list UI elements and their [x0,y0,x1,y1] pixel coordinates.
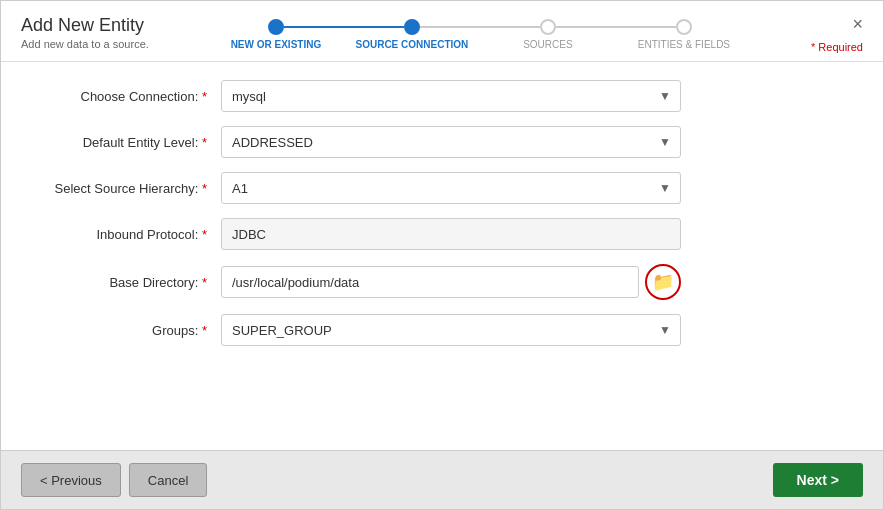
close-button[interactable]: × [852,15,863,33]
header-left: Add New Entity Add new data to a source. [21,15,149,50]
dialog-subtitle: Add new data to a source. [21,38,149,50]
step-label-3: SOURCES [480,39,616,50]
base-directory-row: Base Directory: * 📁 [41,264,843,300]
previous-button[interactable]: < Previous [21,463,121,497]
base-directory-label: Base Directory: * [41,275,221,290]
step-dot-2 [404,19,420,35]
folder-icon: 📁 [652,271,674,293]
stepper-labels: NEW OR EXISTING SOURCE CONNECTION SOURCE… [208,39,752,50]
dialog-footer: < Previous Cancel Next > [1,450,883,509]
choose-connection-row: Choose Connection: * mysql postgres orac… [41,80,843,112]
inbound-protocol-label: Inbound Protocol: * [41,227,221,242]
source-hierarchy-wrapper: A1 A2 A3 ▼ [221,172,681,204]
inbound-protocol-input[interactable] [221,218,681,250]
choose-connection-select[interactable]: mysql postgres oracle sqlserver [221,80,681,112]
choose-connection-wrapper: mysql postgres oracle sqlserver ▼ [221,80,681,112]
step-line-3 [556,26,676,28]
source-hierarchy-label: Select Source Hierarchy: * [41,181,221,196]
source-hierarchy-row: Select Source Hierarchy: * A1 A2 A3 ▼ [41,172,843,204]
step-label-2: SOURCE CONNECTION [344,39,480,50]
choose-connection-label: Choose Connection: * [41,89,221,104]
dialog-header: Add New Entity Add new data to a source.… [1,1,883,53]
dialog-title: Add New Entity [21,15,149,36]
groups-label: Groups: * [41,323,221,338]
step-line-1 [284,26,404,28]
groups-select[interactable]: SUPER_GROUP DEFAULT_GROUP [221,314,681,346]
groups-row: Groups: * SUPER_GROUP DEFAULT_GROUP ▼ [41,314,843,346]
base-directory-input[interactable] [221,266,639,298]
folder-browse-button[interactable]: 📁 [645,264,681,300]
header-right: × * Required [811,15,863,53]
stepper-container: NEW OR EXISTING SOURCE CONNECTION SOURCE… [149,15,811,50]
groups-wrapper: SUPER_GROUP DEFAULT_GROUP ▼ [221,314,681,346]
step-line-2 [420,26,540,28]
step-dot-3 [540,19,556,35]
step-label-1: NEW OR EXISTING [208,39,344,50]
source-hierarchy-select[interactable]: A1 A2 A3 [221,172,681,204]
default-entity-level-select[interactable]: ADDRESSED DELIVERY_POINT PREMISE [221,126,681,158]
cancel-button[interactable]: Cancel [129,463,207,497]
stepper-dots [268,19,692,35]
next-button[interactable]: Next > [773,463,863,497]
dialog-content: Choose Connection: * mysql postgres orac… [1,62,883,450]
add-entity-dialog: Add New Entity Add new data to a source.… [0,0,884,510]
step-dot-1 [268,19,284,35]
base-directory-wrapper: 📁 [221,264,681,300]
default-entity-level-label: Default Entity Level: * [41,135,221,150]
default-entity-level-wrapper: ADDRESSED DELIVERY_POINT PREMISE ▼ [221,126,681,158]
step-label-4: ENTITIES & FIELDS [616,39,752,50]
footer-left: < Previous Cancel [21,463,207,497]
required-note: * Required [811,37,863,53]
inbound-protocol-row: Inbound Protocol: * [41,218,843,250]
default-entity-level-row: Default Entity Level: * ADDRESSED DELIVE… [41,126,843,158]
step-dot-4 [676,19,692,35]
